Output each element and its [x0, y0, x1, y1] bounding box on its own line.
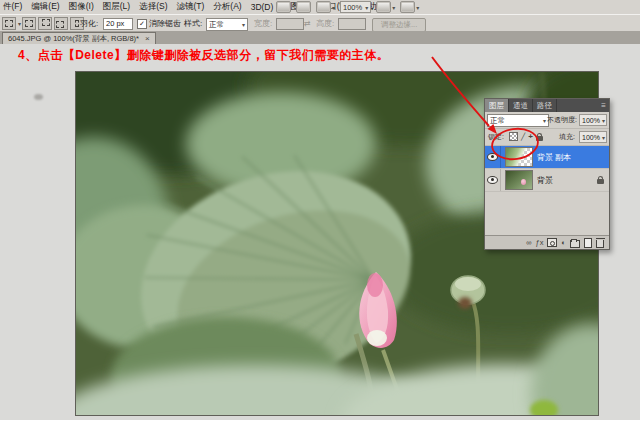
- layer-style-icon[interactable]: ƒx: [536, 238, 544, 248]
- close-icon[interactable]: ×: [145, 34, 150, 43]
- layer-name: 背景: [537, 175, 553, 186]
- opacity-label: 不透明度:: [547, 115, 577, 125]
- antialias-label: 消除锯齿: [149, 18, 181, 29]
- zoom-level-value: 100%: [343, 3, 362, 12]
- menu-edit[interactable]: 编辑(E): [31, 1, 59, 13]
- menu-analysis[interactable]: 分析(A): [213, 1, 241, 13]
- photoshop-window: 件(F) 编辑(E) 图像(I) 图层(L) 选择(S) 滤镜(T) 分析(A)…: [0, 0, 640, 428]
- antialias-setting[interactable]: ✓ 消除锯齿: [137, 18, 181, 29]
- arrange-documents-control[interactable]: ▾: [316, 1, 335, 13]
- height-setting: 高度:: [316, 18, 334, 29]
- layers-panel-footer: ∞ ƒx ◐: [485, 235, 609, 249]
- refine-edge-button[interactable]: 调整边缘...: [372, 18, 426, 32]
- layer-thumbnail[interactable]: [505, 147, 533, 167]
- tool-preset-picker[interactable]: ▾: [2, 18, 21, 29]
- lock-pixels-icon[interactable]: ╱: [521, 132, 525, 141]
- screen-mode-control[interactable]: ▾: [400, 1, 419, 13]
- arrange-documents-icon: [316, 1, 331, 13]
- height-input: [338, 18, 366, 30]
- new-group-icon[interactable]: [570, 240, 580, 248]
- visibility-cell[interactable]: [485, 169, 501, 191]
- marquee-tool-icon: [2, 17, 16, 30]
- menu-layer[interactable]: 图层(L): [103, 1, 130, 13]
- document-title: 6045.JPG @ 100%(背景 副本, RGB/8)*: [8, 34, 139, 44]
- eye-icon: [487, 153, 498, 161]
- view-extras-icon[interactable]: [296, 1, 311, 13]
- antialias-checkbox: ✓: [137, 19, 147, 29]
- chevron-down-icon: ▾: [392, 4, 395, 11]
- layer-name: 背景 副本: [537, 152, 571, 163]
- lock-position-icon[interactable]: +: [528, 132, 533, 141]
- menu-bar: 件(F) 编辑(E) 图像(I) 图层(L) 选择(S) 滤镜(T) 分析(A)…: [0, 0, 640, 15]
- chevron-down-icon: ▾: [602, 117, 605, 124]
- delete-layer-icon[interactable]: [596, 240, 604, 248]
- document-tab[interactable]: 6045.JPG @ 100%(背景 副本, RGB/8)* ×: [2, 32, 156, 44]
- artifact-smudge: [34, 94, 43, 100]
- zoom-level-control[interactable]: 100% ▾: [340, 1, 371, 13]
- selection-combine-group: [22, 18, 85, 29]
- blend-mode-row: 正常 ▾ 不透明度: 100% ▾: [485, 112, 609, 129]
- opacity-value[interactable]: 100% ▾: [579, 114, 607, 126]
- fill-label: 填充:: [559, 132, 575, 142]
- width-setting: 宽度:: [254, 18, 272, 29]
- style-value: 正常: [209, 20, 224, 30]
- visibility-cell[interactable]: [485, 146, 501, 168]
- new-selection-icon[interactable]: [22, 17, 36, 30]
- style-setting: 样式:: [184, 18, 202, 29]
- page-margin: [0, 420, 640, 428]
- feather-label: 羽化:: [80, 18, 98, 29]
- document-tab-bar: 6045.JPG @ 100%(背景 副本, RGB/8)* ×: [0, 31, 640, 45]
- adjustment-layer-icon[interactable]: ◐: [561, 238, 566, 248]
- menu-filter[interactable]: 滤镜(T): [176, 1, 204, 13]
- tab-paths[interactable]: 路径: [533, 99, 557, 112]
- lock-label: 锁定:: [488, 132, 504, 142]
- link-layers-icon[interactable]: ∞: [526, 238, 531, 248]
- eye-icon: [487, 176, 498, 184]
- layer-row-background-copy[interactable]: 背景 副本: [485, 146, 609, 169]
- hand-tool-control[interactable]: ▾: [376, 1, 395, 13]
- layers-panel-tabs: 图层 通道 路径 ≡: [485, 99, 609, 112]
- refine-edge-label: 调整边缘...: [381, 20, 417, 30]
- menu-select[interactable]: 选择(S): [139, 1, 167, 13]
- chevron-down-icon: ▾: [416, 4, 419, 11]
- style-label: 样式:: [184, 18, 202, 29]
- tab-channels[interactable]: 通道: [509, 99, 533, 112]
- menu-image[interactable]: 图像(I): [69, 1, 94, 13]
- swap-dimensions-icon: ⇄: [304, 18, 311, 29]
- launch-bridge-icon[interactable]: [276, 1, 291, 13]
- panel-menu-icon[interactable]: ≡: [598, 99, 609, 112]
- chevron-down-icon: ▾: [18, 20, 21, 27]
- chevron-down-icon: ▾: [332, 4, 335, 11]
- blend-mode-value: 正常: [490, 116, 505, 126]
- fill-value[interactable]: 100% ▾: [579, 131, 607, 143]
- menu-3d[interactable]: 3D(D): [251, 2, 274, 12]
- feather-input[interactable]: 20 px: [103, 18, 133, 30]
- lock-all-icon[interactable]: [536, 136, 543, 141]
- layer-thumbnail[interactable]: [505, 170, 533, 190]
- new-layer-icon[interactable]: [584, 238, 592, 248]
- layer-mask-icon[interactable]: [547, 238, 557, 247]
- application-bar: ▾ 100% ▾ ▾ ▾: [276, 1, 419, 13]
- lock-icons: ╱ +: [509, 132, 543, 141]
- add-selection-icon[interactable]: [38, 17, 52, 30]
- feather-value: 20 px: [106, 19, 124, 29]
- lock-transparency-icon[interactable]: [509, 132, 518, 141]
- subtract-selection-icon[interactable]: [54, 17, 68, 30]
- width-label: 宽度:: [254, 18, 272, 29]
- layers-panel: 图层 通道 路径 ≡ 正常 ▾ 不透明度: 100% ▾ 锁定:: [484, 98, 610, 250]
- menu-file[interactable]: 件(F): [3, 1, 22, 13]
- blend-mode-select[interactable]: 正常 ▾: [487, 114, 549, 127]
- chevron-down-icon: ▾: [543, 117, 546, 124]
- width-input: [276, 18, 304, 30]
- tab-layers[interactable]: 图层: [485, 99, 509, 112]
- chevron-down-icon: ▾: [365, 4, 368, 11]
- tutorial-step-text: 4、点击【Delete】删除键删除被反选部分，留下我们需要的主体。: [18, 47, 389, 64]
- layer-list-empty-space: [485, 192, 609, 237]
- lock-row: 锁定: ╱ + 填充: 100% ▾: [485, 129, 609, 146]
- height-label: 高度:: [316, 18, 334, 29]
- style-select[interactable]: 正常 ▾: [206, 18, 248, 31]
- layer-lock-icon: [597, 179, 604, 184]
- feather-setting: 羽化:: [80, 18, 98, 29]
- chevron-down-icon: ▾: [242, 21, 245, 28]
- layer-row-background[interactable]: 背景: [485, 169, 609, 192]
